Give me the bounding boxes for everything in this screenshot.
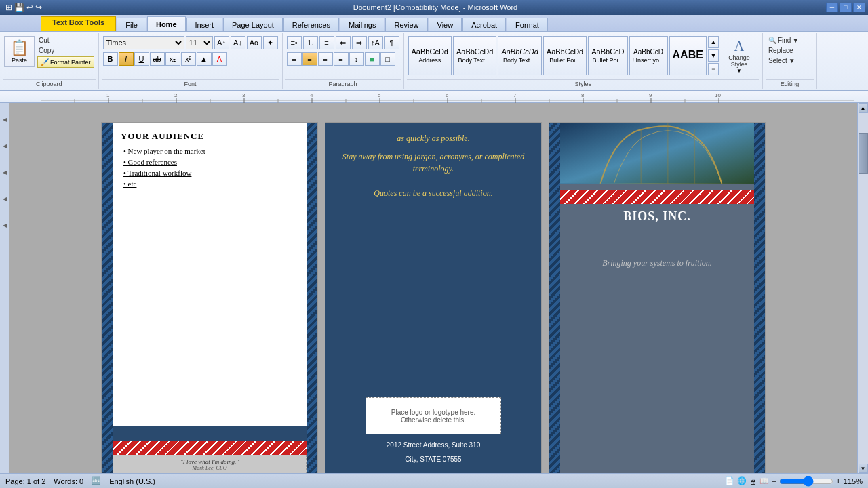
quick-access-toolbar[interactable]: ⊞ 💾 ↩ ↪	[3, 1, 45, 14]
zoom-plus[interactable]: +	[836, 476, 841, 486]
styles-scroll-up[interactable]: ▲	[708, 36, 719, 48]
font-name-select[interactable]: Times	[103, 36, 184, 49]
right-sidebar-right	[754, 123, 765, 473]
tab-mailings[interactable]: Mailings	[340, 18, 384, 31]
format-painter-button[interactable]: 🖌️ Format Painter	[37, 56, 94, 68]
minimize-btn[interactable]: ─	[826, 3, 838, 12]
styles-scroll-down[interactable]: ▼	[708, 49, 719, 62]
font-size-select[interactable]: 11	[186, 36, 213, 49]
scroll-thumb[interactable]	[859, 133, 868, 174]
view-print-btn[interactable]: 🖨	[749, 477, 757, 485]
left-marker-3: ◀	[3, 169, 7, 176]
find-btn[interactable]: 🔍 Find▼	[767, 36, 800, 45]
styles-more[interactable]: ≡	[708, 63, 719, 75]
decrease-indent-btn[interactable]: ⇐	[336, 36, 351, 49]
align-left-btn[interactable]: ≡	[287, 52, 302, 66]
close-btn[interactable]: ✕	[853, 3, 865, 12]
superscript-btn[interactable]: x²	[181, 52, 196, 66]
style-body-text-1[interactable]: AaBbCcDd Body Text ...	[453, 36, 496, 75]
right-sidebar-left	[549, 123, 560, 473]
sort-btn[interactable]: ↕A	[368, 36, 383, 49]
tab-view[interactable]: View	[429, 18, 462, 31]
tab-textbox-tools[interactable]: Text Box Tools	[41, 16, 116, 31]
scroll-down-arrow[interactable]: ▼	[859, 464, 868, 473]
view-web-btn[interactable]: 🌐	[737, 476, 747, 485]
window-controls[interactable]: ─ □ ✕	[826, 3, 865, 12]
change-styles-arrow: ▼	[736, 68, 742, 74]
copy-button[interactable]: Copy	[37, 46, 94, 55]
border-btn[interactable]: □	[380, 52, 395, 66]
multilevel-btn[interactable]: ≡	[319, 36, 334, 49]
cut-button[interactable]: Cut	[37, 36, 94, 45]
change-styles-label: Change Styles	[723, 54, 755, 68]
tab-insert[interactable]: Insert	[186, 18, 223, 31]
redo-btn[interactable]: ↪	[35, 3, 42, 12]
justify-btn[interactable]: ≡	[334, 52, 349, 66]
middle-text3: Quotes can be a successful addition.	[374, 188, 492, 199]
bold-btn[interactable]: B	[103, 52, 118, 66]
tab-home[interactable]: Home	[147, 16, 186, 31]
change-case-btn[interactable]: Aα	[247, 36, 262, 49]
align-center-btn[interactable]: ≡	[302, 52, 317, 66]
scroll-up-arrow[interactable]: ▲	[859, 103, 868, 113]
style-bullet-poi-1[interactable]: AaBbCcDd Bullet Poi...	[543, 36, 587, 75]
line-spacing-btn[interactable]: ↕	[349, 52, 364, 66]
status-right: 📄 🌐 🖨 📖 − + 115%	[725, 476, 863, 487]
replace-btn[interactable]: Replace	[767, 46, 795, 55]
pages-container[interactable]: YOUR AUDIENCE • New player on the market…	[9, 103, 857, 473]
find-label: Find	[778, 37, 791, 44]
vertical-scrollbar[interactable]: ▲ ▼	[857, 103, 868, 473]
zoom-slider[interactable]	[779, 476, 833, 487]
save-btn[interactable]: 💾	[14, 3, 24, 12]
view-normal-btn[interactable]: 📄	[725, 476, 734, 485]
style-body-text-2[interactable]: AaBbCcDd Body Text ...	[498, 36, 541, 75]
tab-bar: Text Box Tools File Home Insert Page Lay…	[0, 15, 868, 31]
font-color-btn[interactable]: A	[212, 52, 227, 66]
right-tagline: Bringing your systems to fruition.	[560, 258, 754, 268]
font-group: Times 11 A↑ A↓ Aα ✦ B I U ab x₂ x²	[99, 33, 283, 89]
style-address[interactable]: AaBbCcDd Address	[408, 36, 452, 75]
bullets-btn[interactable]: ≡•	[287, 36, 302, 49]
select-btn[interactable]: Select▼	[767, 56, 797, 65]
tab-references[interactable]: References	[283, 18, 339, 31]
undo-btn[interactable]: ↩	[26, 3, 33, 12]
numbering-btn[interactable]: 1.	[303, 36, 318, 49]
change-styles-btn[interactable]: A Change Styles ▼	[720, 36, 758, 77]
subscript-btn[interactable]: x₂	[165, 52, 180, 66]
paste-label: Paste	[12, 57, 27, 64]
ruler: 1 2 3 4 5 6 7 8 9 10	[0, 91, 868, 103]
maximize-btn[interactable]: □	[840, 3, 852, 12]
tab-review[interactable]: Review	[385, 18, 427, 31]
shrink-font-btn[interactable]: A↓	[231, 36, 245, 49]
title-bar: ⊞ 💾 ↩ ↪ Document2 [Compatibility Mode] -…	[0, 0, 868, 15]
svg-text:5: 5	[378, 92, 381, 98]
grow-font-btn[interactable]: A↑	[214, 36, 229, 49]
italic-btn[interactable]: I	[119, 52, 134, 66]
right-company: BIOS, INC.	[560, 209, 754, 224]
bullet-3: • Traditional workflow	[121, 169, 298, 177]
tab-acrobat[interactable]: Acrobat	[462, 18, 506, 31]
editing-label: Editing	[766, 79, 814, 87]
strikethrough-btn[interactable]: ab	[150, 52, 165, 66]
style-aabe[interactable]: AABE	[669, 36, 707, 75]
change-styles-icon: A	[734, 39, 744, 54]
tab-file[interactable]: File	[117, 18, 146, 31]
zoom-minus[interactable]: −	[772, 476, 776, 486]
doc-area: ◀ ◀ ◀ ◀ ◀ YOUR AUDIENCE • New player on …	[0, 103, 868, 473]
clear-format-btn[interactable]: ✦	[263, 36, 278, 49]
format-painter-label: Format Painter	[50, 59, 91, 66]
style-insert[interactable]: AaBbCcD ! Insert yo...	[629, 36, 668, 75]
style-bullet-poi-2[interactable]: AaBbCcD Bullet Poi...	[588, 36, 627, 75]
office-btn[interactable]: ⊞	[5, 3, 12, 12]
align-right-btn[interactable]: ≡	[318, 52, 333, 66]
shading-btn[interactable]: ■	[365, 52, 380, 66]
text-highlight-btn[interactable]: ▲	[197, 52, 212, 66]
paste-button[interactable]: 📋 Paste	[4, 36, 35, 67]
tab-format[interactable]: Format	[507, 18, 548, 31]
tab-page-layout[interactable]: Page Layout	[223, 18, 283, 31]
show-hide-btn[interactable]: ¶	[384, 36, 399, 49]
underline-btn[interactable]: U	[134, 52, 149, 66]
clipboard-label: Clipboard	[3, 79, 96, 87]
increase-indent-btn[interactable]: ⇒	[352, 36, 367, 49]
view-reading-btn[interactable]: 📖	[760, 476, 769, 485]
